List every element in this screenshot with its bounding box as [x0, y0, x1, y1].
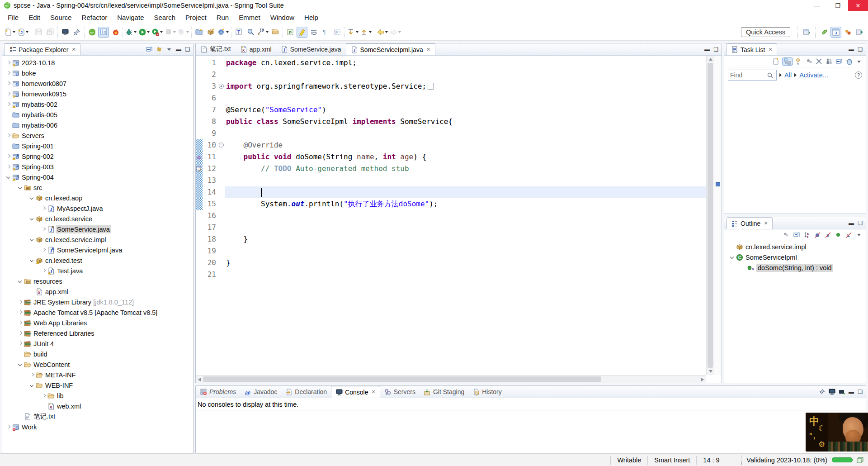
resource-perspective-button[interactable]: [842, 27, 853, 38]
minimize-view-icon[interactable]: ▬: [175, 45, 182, 53]
link-with-editor-icon[interactable]: [155, 45, 163, 53]
code-line-7[interactable]: 7@Service("SomeService"): [196, 104, 706, 116]
view-menu-icon[interactable]: [855, 231, 863, 239]
tree-item[interactable]: META-INF: [2, 370, 193, 380]
scroll-up-icon[interactable]: [709, 58, 712, 61]
chevron-down-icon[interactable]: [28, 257, 36, 264]
quick-access-button[interactable]: Quick Access: [741, 27, 790, 37]
debug-button[interactable]: [125, 27, 137, 38]
tree-item[interactable]: boke: [2, 68, 193, 78]
code-line-17[interactable]: 17: [196, 222, 706, 233]
chevron-down-icon[interactable]: [28, 382, 36, 389]
chevron-right-icon[interactable]: [40, 226, 47, 233]
console-tab-console[interactable]: Console✕: [331, 386, 380, 398]
minimize-button[interactable]: —: [807, 0, 827, 11]
run-history-button[interactable]: [177, 27, 189, 38]
chevron-right-icon[interactable]: [5, 101, 12, 108]
code-editor[interactable]: 1package cn.lexed.service.impl;23+import…: [196, 56, 706, 375]
console-tab-git-staging[interactable]: Git Staging: [420, 386, 468, 398]
hide-local-icon[interactable]: L: [844, 231, 853, 239]
outline-item[interactable]: cn.lexed.service.impl: [724, 242, 866, 252]
tree-item[interactable]: JRE System Library[jdk1.8.0_112]: [2, 297, 193, 307]
code-line-3[interactable]: 3+import org.springframework.stereotype.…: [196, 81, 706, 92]
hide-non-public-icon[interactable]: [834, 231, 842, 239]
minimize-view-icon[interactable]: ▬: [848, 45, 855, 53]
tab-task-list[interactable]: Task List ✕: [726, 43, 777, 55]
view-menu-icon[interactable]: [855, 57, 863, 66]
view-menu-icon[interactable]: [165, 45, 173, 53]
overview-ruler[interactable]: [714, 56, 722, 375]
chevron-right-icon[interactable]: [5, 132, 12, 139]
menu-source[interactable]: Source: [45, 12, 77, 23]
external-tools-button[interactable]: [257, 27, 269, 38]
maximize-button[interactable]: ❐: [827, 0, 848, 11]
tree-item[interactable]: Web App Libraries: [2, 318, 193, 328]
open-perspective-button[interactable]: [801, 27, 812, 38]
find-input-box[interactable]: [728, 70, 777, 81]
menu-file[interactable]: File: [3, 12, 24, 23]
tree-item[interactable]: homework0807: [2, 78, 193, 89]
tree-item[interactable]: JTest.java: [2, 266, 193, 276]
editor-tab-SomeServiceIpml.java[interactable]: JSomeServiceIpml.java✕: [346, 43, 436, 55]
tree-item[interactable]: Xapp.xml: [2, 286, 193, 297]
tree-item[interactable]: cn.lexed.service.impl: [2, 234, 193, 245]
java-perspective-button[interactable]: J: [830, 27, 841, 38]
run-button[interactable]: [138, 27, 150, 38]
maximize-view-icon[interactable]: ❑: [857, 219, 864, 227]
chevron-right-icon[interactable]: [40, 247, 47, 254]
minimize-editor-icon[interactable]: ▬: [703, 45, 711, 53]
dropdown-arrow-icon[interactable]: [398, 31, 401, 33]
chevron-right-icon[interactable]: [5, 80, 12, 87]
chevron-down-icon[interactable]: [17, 278, 24, 285]
back-button[interactable]: [376, 27, 388, 38]
close-tab-icon[interactable]: ✕: [426, 47, 430, 52]
ime-fullhalf-moon-icon[interactable]: ☾: [818, 423, 826, 433]
tab-outline[interactable]: Outline ✕: [726, 217, 773, 229]
code-line-19[interactable]: 19: [196, 245, 706, 257]
chevron-down-icon[interactable]: [17, 184, 24, 191]
maximize-editor-icon[interactable]: ❑: [712, 45, 720, 53]
code-line-1[interactable]: 1package cn.lexed.service.impl;: [196, 57, 706, 69]
hide-fields-icon[interactable]: [813, 231, 821, 239]
open-console-view-button[interactable]: [60, 27, 71, 38]
dropdown-arrow-icon[interactable]: [147, 31, 150, 33]
code-line-13[interactable]: 13: [196, 175, 706, 186]
code-line-11[interactable]: 11 public void doSome(String name, int a…: [196, 151, 706, 163]
menu-search[interactable]: Search: [149, 12, 180, 23]
background-jobs-icon[interactable]: [856, 456, 863, 464]
save-button[interactable]: [33, 27, 44, 38]
dropdown-arrow-icon[interactable]: [356, 31, 359, 33]
coverage-button[interactable]: x: [151, 27, 163, 38]
menu-help[interactable]: Help: [299, 12, 323, 23]
menu-emmet[interactable]: Emmet: [234, 12, 265, 23]
chevron-right-icon[interactable]: [40, 392, 47, 399]
tree-item[interactable]: mybatis-005: [2, 109, 193, 120]
boot-dashboard-button[interactable]: [98, 27, 109, 38]
fold-collapse-icon[interactable]: −: [219, 143, 224, 147]
code-line-2[interactable]: 2: [196, 69, 706, 81]
debug-perspective-button[interactable]: [854, 27, 865, 38]
tree-item[interactable]: Xweb.xml: [2, 401, 193, 411]
spring-boot-button[interactable]: [86, 27, 97, 38]
tree-item[interactable]: JSomeService.java: [2, 224, 193, 234]
search-button[interactable]: [245, 27, 256, 38]
tree-item[interactable]: cn.lexed.test: [2, 255, 193, 266]
dropdown-arrow-icon[interactable]: [266, 31, 269, 33]
minimize-view-icon[interactable]: ▬: [848, 388, 855, 396]
synchronize-icon[interactable]: [845, 57, 853, 66]
menu-project[interactable]: Project: [180, 12, 212, 23]
tree-item[interactable]: mybatis-002: [2, 99, 193, 109]
new-java-project-button[interactable]: [193, 27, 204, 38]
chevron-right-icon[interactable]: [17, 319, 24, 327]
tree-item[interactable]: resources: [2, 276, 193, 286]
scroll-down-icon[interactable]: [709, 370, 712, 373]
open-console-icon[interactable]: [838, 388, 846, 396]
tree-item[interactable]: homework0915: [2, 89, 193, 99]
code-line-6[interactable]: 6: [196, 92, 706, 104]
code-line-20[interactable]: 20}: [196, 257, 706, 269]
hide-completed-icon[interactable]: [815, 57, 823, 66]
maximize-view-icon[interactable]: ❑: [857, 45, 864, 53]
dropdown-arrow-icon[interactable]: [13, 31, 15, 33]
code-line-18[interactable]: 18 }: [196, 233, 706, 245]
dropdown-arrow-icon[interactable]: [385, 31, 388, 33]
